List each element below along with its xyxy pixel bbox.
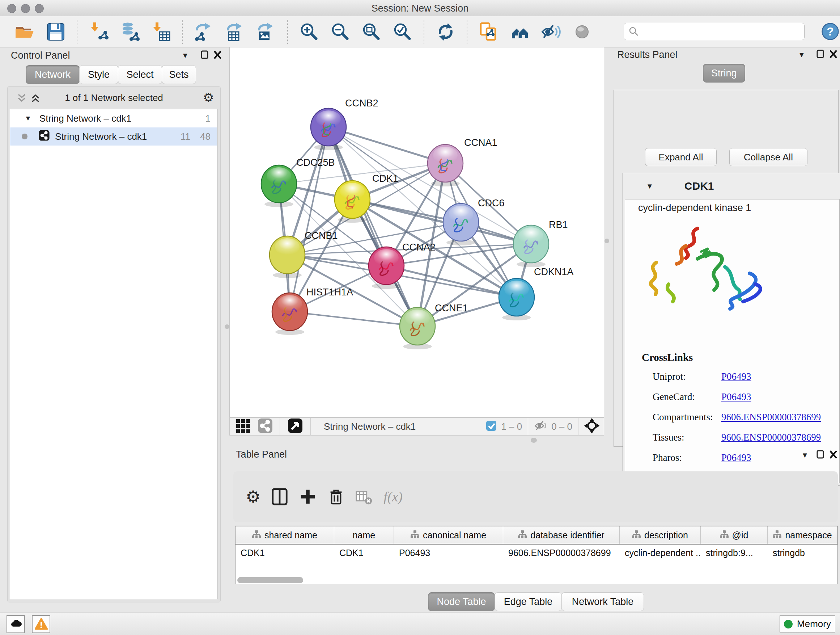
delete-column-trash-icon[interactable] bbox=[327, 488, 345, 506]
tab-sets[interactable]: Sets bbox=[162, 65, 196, 84]
tab-node-table[interactable]: Node Table bbox=[428, 592, 495, 611]
table-cell[interactable]: 9606.ENSP00000378699 bbox=[503, 548, 620, 558]
tab-network[interactable]: Network bbox=[26, 65, 80, 84]
tab-select[interactable]: Select bbox=[118, 65, 162, 84]
network-node-CDKN1A[interactable] bbox=[499, 279, 534, 320]
table-cell[interactable]: stringdb bbox=[767, 548, 837, 558]
crosslink-link[interactable]: P06493 bbox=[722, 391, 752, 402]
import-network-from-file-button[interactable] bbox=[88, 22, 109, 42]
network-node-CCNE1[interactable] bbox=[400, 307, 435, 349]
export-image-button[interactable] bbox=[256, 22, 276, 42]
network-edge[interactable] bbox=[290, 127, 328, 312]
results-panel-close-icon[interactable] bbox=[829, 49, 838, 61]
show-columns-icon[interactable] bbox=[271, 488, 289, 506]
network-selection-summary: 1 of 1 Network selected bbox=[8, 92, 220, 103]
network-view-canvas[interactable]: CCNB2CCNA1CDC25BCDK1CDC6RB1CCNB1CCNA2CDK… bbox=[229, 47, 604, 417]
hide-graphics-details-button[interactable] bbox=[541, 22, 561, 42]
tab-style[interactable]: Style bbox=[79, 65, 118, 84]
share-view-icon[interactable] bbox=[257, 418, 273, 435]
svg-text:?: ? bbox=[827, 25, 834, 38]
export-network-button[interactable] bbox=[194, 22, 214, 42]
table-settings-gear-icon[interactable]: ⚙ bbox=[246, 488, 261, 506]
network-overview-button[interactable] bbox=[510, 22, 530, 42]
save-session-button[interactable] bbox=[46, 22, 66, 42]
network-node-CCNB2[interactable] bbox=[311, 108, 346, 150]
open-session-button[interactable] bbox=[14, 22, 35, 42]
zoom-out-button[interactable] bbox=[330, 22, 351, 42]
tab-network-table[interactable]: Network Table bbox=[561, 592, 644, 611]
zoom-in-button[interactable] bbox=[299, 22, 319, 42]
memory-button[interactable]: Memory bbox=[780, 616, 835, 632]
warnings-button[interactable] bbox=[32, 615, 50, 633]
control-panel-close-icon[interactable] bbox=[213, 50, 222, 62]
control-panel-float-icon[interactable] bbox=[201, 50, 209, 62]
column-header-description[interactable]: description bbox=[620, 526, 701, 544]
table-cell[interactable]: CDK1 bbox=[235, 548, 334, 558]
expand-all-button[interactable]: Expand All bbox=[645, 148, 717, 166]
node-result-header[interactable]: ▼ CDK1 bbox=[623, 173, 840, 199]
results-panel-menu-icon[interactable]: ▼ bbox=[798, 51, 805, 59]
options-gear-icon[interactable]: ⚙ bbox=[203, 90, 214, 105]
network-node-CCNB1[interactable] bbox=[270, 236, 305, 278]
export-table-button[interactable] bbox=[225, 22, 245, 42]
table-cell[interactable]: P06493 bbox=[394, 548, 503, 558]
zoom-selected-button[interactable] bbox=[393, 22, 413, 42]
add-column-icon[interactable] bbox=[299, 488, 317, 506]
collapse-all-button[interactable]: Collapse All bbox=[729, 148, 807, 166]
section-expander-icon[interactable]: ▼ bbox=[646, 182, 653, 190]
show-graphics-details-button[interactable] bbox=[572, 22, 592, 42]
node-table[interactable]: shared namenamecanonical namedatabase id… bbox=[235, 526, 838, 584]
table-panel-close-icon[interactable] bbox=[829, 450, 838, 461]
refresh-button[interactable] bbox=[436, 22, 456, 42]
column-type-icon bbox=[773, 530, 782, 540]
annotations-button[interactable] bbox=[478, 22, 499, 42]
import-network-from-database-button[interactable] bbox=[120, 22, 140, 42]
network-row[interactable]: String Network – cdk1 11 48 bbox=[10, 127, 217, 146]
crosslink-link[interactable]: 9606.ENSP00000378699 bbox=[722, 412, 821, 423]
collection-expander-icon[interactable]: ▼ bbox=[25, 114, 32, 122]
search-field[interactable] bbox=[624, 23, 805, 40]
network-node-CDK1[interactable] bbox=[335, 181, 370, 223]
column-header-database-identifier[interactable]: database identifier bbox=[503, 526, 620, 544]
help-button[interactable]: ? bbox=[821, 22, 839, 41]
control-panel-menu-icon[interactable]: ▼ bbox=[182, 51, 189, 60]
network-collection-row[interactable]: ▼ String Network – cdk1 1 bbox=[10, 109, 217, 127]
table-cell[interactable]: stringdb:9... bbox=[701, 548, 767, 558]
column-header-namespace[interactable]: namespace bbox=[767, 526, 837, 544]
tab-string[interactable]: String bbox=[703, 64, 745, 82]
selected-checkbox-icon[interactable] bbox=[486, 420, 497, 432]
horizontal-splitter-handle[interactable] bbox=[531, 438, 537, 443]
table-horizontal-scrollbar[interactable] bbox=[237, 577, 303, 583]
network-node-CCNA1[interactable] bbox=[428, 144, 463, 187]
table-panel-float-icon[interactable] bbox=[816, 450, 825, 461]
column-header-shared-name[interactable]: shared name bbox=[235, 526, 334, 544]
table-cell[interactable]: CDK1 bbox=[334, 548, 394, 558]
network-node-RB1[interactable] bbox=[513, 225, 549, 267]
column-header-canonical-name[interactable]: canonical name bbox=[394, 526, 503, 544]
fit-selected-crosshair-icon[interactable] bbox=[584, 417, 600, 435]
cloud-tasks-button[interactable] bbox=[6, 615, 25, 633]
import-table-from-file-button[interactable] bbox=[151, 22, 171, 42]
birds-eye-view-icon[interactable] bbox=[287, 418, 303, 435]
network-edge[interactable] bbox=[328, 127, 445, 163]
tab-edge-table[interactable]: Edge Table bbox=[494, 592, 562, 611]
window-title: Session: New Session bbox=[0, 3, 840, 14]
network-node-HIST1H1A[interactable] bbox=[272, 293, 308, 335]
zoom-sel-icon bbox=[393, 22, 413, 42]
network-node-CDC25B[interactable] bbox=[261, 165, 297, 207]
table-cell[interactable]: cyclin-dependent ... bbox=[620, 548, 701, 558]
table-row[interactable]: CDK1CDK1P064939606.ENSP00000378699cyclin… bbox=[235, 545, 837, 561]
search-input[interactable] bbox=[642, 26, 804, 37]
column-header-name[interactable]: name bbox=[334, 526, 394, 544]
table-panel-menu-icon[interactable]: ▼ bbox=[801, 451, 808, 459]
column-header--id[interactable]: @id bbox=[701, 526, 767, 544]
grid-view-icon[interactable] bbox=[235, 418, 251, 435]
crosslink-link[interactable]: 9606.ENSP00000378699 bbox=[722, 432, 821, 443]
network-edge[interactable] bbox=[290, 312, 417, 326]
vertical-splitter-handle[interactable] bbox=[225, 325, 229, 329]
zoom-fit-button[interactable] bbox=[362, 22, 382, 42]
crosslink-link[interactable]: P06493 bbox=[722, 371, 752, 382]
results-panel-float-icon[interactable] bbox=[816, 49, 825, 61]
toolbar-buttons bbox=[14, 16, 592, 47]
toolbar-separator bbox=[77, 20, 78, 44]
